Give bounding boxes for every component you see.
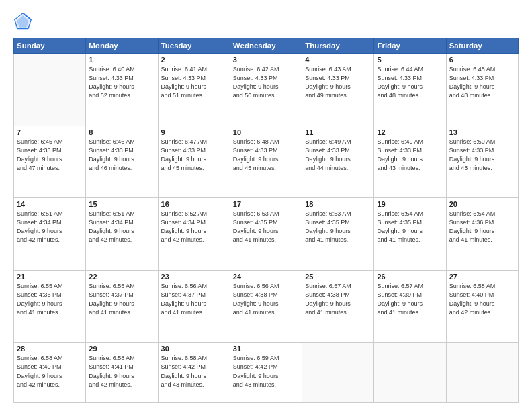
- calendar-header-row: SundayMondayTuesdayWednesdayThursdayFrid…: [14, 38, 519, 54]
- calendar-cell: 16Sunrise: 6:52 AM Sunset: 4:34 PM Dayli…: [158, 198, 230, 271]
- calendar-cell: 29Sunrise: 6:58 AM Sunset: 4:41 PM Dayli…: [86, 342, 158, 403]
- day-info: Sunrise: 6:49 AM Sunset: 4:33 PM Dayligh…: [377, 138, 443, 173]
- calendar-cell: 18Sunrise: 6:53 AM Sunset: 4:35 PM Dayli…: [302, 198, 374, 271]
- day-info: Sunrise: 6:49 AM Sunset: 4:33 PM Dayligh…: [305, 138, 371, 173]
- logo: [13, 12, 35, 31]
- calendar-cell: [374, 342, 446, 403]
- calendar-day-header: Sunday: [14, 38, 86, 54]
- day-number: 13: [449, 128, 515, 136]
- day-number: 2: [161, 56, 227, 64]
- calendar-cell: 26Sunrise: 6:57 AM Sunset: 4:39 PM Dayli…: [374, 270, 446, 342]
- calendar-cell: 13Sunrise: 6:50 AM Sunset: 4:33 PM Dayli…: [446, 126, 518, 198]
- calendar-cell: 1Sunrise: 6:40 AM Sunset: 4:33 PM Daylig…: [86, 54, 158, 126]
- day-number: 29: [89, 345, 154, 353]
- calendar-cell: 19Sunrise: 6:54 AM Sunset: 4:35 PM Dayli…: [374, 198, 446, 271]
- day-number: 23: [161, 273, 227, 281]
- calendar-cell: 14Sunrise: 6:51 AM Sunset: 4:34 PM Dayli…: [14, 198, 86, 271]
- day-number: 9: [161, 128, 227, 136]
- day-info: Sunrise: 6:45 AM Sunset: 4:33 PM Dayligh…: [17, 138, 83, 173]
- day-number: 8: [89, 128, 154, 136]
- calendar-cell: 4Sunrise: 6:43 AM Sunset: 4:33 PM Daylig…: [302, 54, 374, 126]
- calendar-table: SundayMondayTuesdayWednesdayThursdayFrid…: [13, 38, 519, 403]
- day-number: 10: [233, 128, 299, 136]
- day-number: 24: [233, 273, 299, 281]
- day-number: 3: [233, 56, 299, 64]
- day-number: 21: [17, 273, 83, 281]
- calendar-cell: 6Sunrise: 6:45 AM Sunset: 4:33 PM Daylig…: [446, 54, 518, 126]
- day-info: Sunrise: 6:58 AM Sunset: 4:42 PM Dayligh…: [161, 354, 227, 389]
- calendar-cell: [14, 54, 86, 126]
- calendar-week-row: 14Sunrise: 6:51 AM Sunset: 4:34 PM Dayli…: [14, 198, 519, 271]
- calendar-cell: [302, 342, 374, 403]
- day-info: Sunrise: 6:58 AM Sunset: 4:40 PM Dayligh…: [449, 282, 515, 317]
- day-info: Sunrise: 6:53 AM Sunset: 4:35 PM Dayligh…: [233, 210, 299, 244]
- svg-marker-2: [17, 15, 29, 28]
- calendar-cell: 31Sunrise: 6:59 AM Sunset: 4:42 PM Dayli…: [230, 342, 302, 403]
- day-info: Sunrise: 6:55 AM Sunset: 4:36 PM Dayligh…: [17, 282, 83, 317]
- day-info: Sunrise: 6:40 AM Sunset: 4:33 PM Dayligh…: [89, 65, 154, 100]
- day-number: 25: [305, 273, 371, 281]
- calendar-day-header: Saturday: [446, 38, 518, 54]
- day-info: Sunrise: 6:41 AM Sunset: 4:33 PM Dayligh…: [161, 65, 227, 100]
- day-number: 12: [377, 128, 443, 136]
- day-number: 19: [377, 200, 443, 208]
- calendar-cell: 20Sunrise: 6:54 AM Sunset: 4:36 PM Dayli…: [446, 198, 518, 271]
- day-info: Sunrise: 6:43 AM Sunset: 4:33 PM Dayligh…: [305, 65, 371, 100]
- calendar-page: SundayMondayTuesdayWednesdayThursdayFrid…: [0, 0, 532, 411]
- calendar-cell: 17Sunrise: 6:53 AM Sunset: 4:35 PM Dayli…: [230, 198, 302, 271]
- day-number: 27: [449, 273, 515, 281]
- calendar-cell: 23Sunrise: 6:56 AM Sunset: 4:37 PM Dayli…: [158, 270, 230, 342]
- day-info: Sunrise: 6:56 AM Sunset: 4:37 PM Dayligh…: [161, 282, 227, 317]
- calendar-cell: 28Sunrise: 6:58 AM Sunset: 4:40 PM Dayli…: [14, 342, 86, 403]
- day-number: 30: [161, 345, 227, 353]
- calendar-week-row: 1Sunrise: 6:40 AM Sunset: 4:33 PM Daylig…: [14, 54, 519, 126]
- day-number: 18: [305, 200, 371, 208]
- day-info: Sunrise: 6:48 AM Sunset: 4:33 PM Dayligh…: [233, 138, 299, 173]
- day-number: 4: [305, 56, 371, 64]
- day-number: 22: [89, 273, 154, 281]
- logo-icon: [13, 12, 32, 31]
- calendar-cell: [446, 342, 518, 403]
- day-info: Sunrise: 6:55 AM Sunset: 4:37 PM Dayligh…: [89, 282, 154, 317]
- day-info: Sunrise: 6:45 AM Sunset: 4:33 PM Dayligh…: [449, 65, 515, 100]
- day-info: Sunrise: 6:51 AM Sunset: 4:34 PM Dayligh…: [17, 210, 83, 244]
- day-info: Sunrise: 6:44 AM Sunset: 4:33 PM Dayligh…: [377, 65, 443, 100]
- calendar-cell: 7Sunrise: 6:45 AM Sunset: 4:33 PM Daylig…: [14, 126, 86, 198]
- day-info: Sunrise: 6:50 AM Sunset: 4:33 PM Dayligh…: [449, 138, 515, 173]
- calendar-day-header: Tuesday: [158, 38, 230, 54]
- day-info: Sunrise: 6:59 AM Sunset: 4:42 PM Dayligh…: [233, 354, 299, 389]
- day-info: Sunrise: 6:54 AM Sunset: 4:36 PM Dayligh…: [449, 210, 515, 244]
- calendar-cell: 2Sunrise: 6:41 AM Sunset: 4:33 PM Daylig…: [158, 54, 230, 126]
- day-number: 16: [161, 200, 227, 208]
- calendar-cell: 30Sunrise: 6:58 AM Sunset: 4:42 PM Dayli…: [158, 342, 230, 403]
- day-info: Sunrise: 6:57 AM Sunset: 4:38 PM Dayligh…: [305, 282, 371, 317]
- calendar-cell: 24Sunrise: 6:56 AM Sunset: 4:38 PM Dayli…: [230, 270, 302, 342]
- calendar-day-header: Monday: [86, 38, 158, 54]
- day-info: Sunrise: 6:56 AM Sunset: 4:38 PM Dayligh…: [233, 282, 299, 317]
- day-number: 17: [233, 200, 299, 208]
- calendar-day-header: Wednesday: [230, 38, 302, 54]
- day-info: Sunrise: 6:53 AM Sunset: 4:35 PM Dayligh…: [305, 210, 371, 244]
- day-info: Sunrise: 6:47 AM Sunset: 4:33 PM Dayligh…: [161, 138, 227, 173]
- calendar-cell: 5Sunrise: 6:44 AM Sunset: 4:33 PM Daylig…: [374, 54, 446, 126]
- day-number: 28: [17, 345, 83, 353]
- day-number: 14: [17, 200, 83, 208]
- day-number: 15: [89, 200, 154, 208]
- calendar-cell: 25Sunrise: 6:57 AM Sunset: 4:38 PM Dayli…: [302, 270, 374, 342]
- calendar-day-header: Friday: [374, 38, 446, 54]
- calendar-cell: 27Sunrise: 6:58 AM Sunset: 4:40 PM Dayli…: [446, 270, 518, 342]
- calendar-week-row: 28Sunrise: 6:58 AM Sunset: 4:40 PM Dayli…: [14, 342, 519, 403]
- day-number: 5: [377, 56, 443, 64]
- calendar-cell: 21Sunrise: 6:55 AM Sunset: 4:36 PM Dayli…: [14, 270, 86, 342]
- day-info: Sunrise: 6:52 AM Sunset: 4:34 PM Dayligh…: [161, 210, 227, 244]
- day-number: 20: [449, 200, 515, 208]
- calendar-cell: 8Sunrise: 6:46 AM Sunset: 4:33 PM Daylig…: [86, 126, 158, 198]
- day-number: 7: [17, 128, 83, 136]
- day-info: Sunrise: 6:58 AM Sunset: 4:41 PM Dayligh…: [89, 354, 154, 389]
- day-number: 11: [305, 128, 371, 136]
- calendar-week-row: 21Sunrise: 6:55 AM Sunset: 4:36 PM Dayli…: [14, 270, 519, 342]
- calendar-cell: 22Sunrise: 6:55 AM Sunset: 4:37 PM Dayli…: [86, 270, 158, 342]
- day-info: Sunrise: 6:58 AM Sunset: 4:40 PM Dayligh…: [17, 354, 83, 389]
- calendar-week-row: 7Sunrise: 6:45 AM Sunset: 4:33 PM Daylig…: [14, 126, 519, 198]
- calendar-cell: 12Sunrise: 6:49 AM Sunset: 4:33 PM Dayli…: [374, 126, 446, 198]
